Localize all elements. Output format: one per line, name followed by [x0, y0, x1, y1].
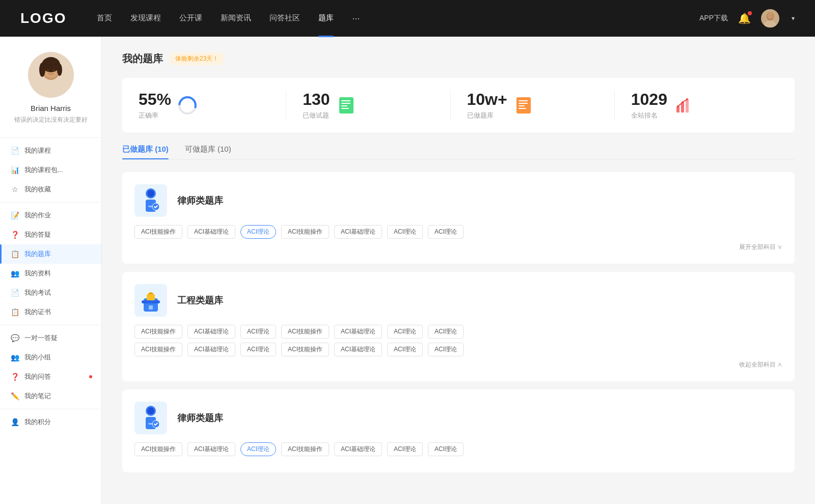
accuracy-chart-icon: [177, 95, 198, 116]
qbank-tag[interactable]: ACI基础理论: [334, 442, 382, 456]
qbank-header-2: 工程类题库: [134, 284, 782, 317]
svg-rect-23: [519, 105, 525, 106]
nav-more[interactable]: ···: [352, 13, 360, 24]
tutoring-icon: 💬: [10, 334, 19, 342]
page-title: 我的题库: [122, 52, 163, 66]
sidebar-label-tutoring: 一对一答疑: [24, 333, 58, 343]
divider-1: [0, 137, 101, 138]
qbank-tag[interactable]: ACI技能操作: [134, 225, 182, 239]
qbank-tag[interactable]: ACI基础理论: [187, 225, 235, 239]
sidebar-item-questions[interactable]: ❓ 我的问答: [0, 367, 101, 386]
sidebar-label-notes: 我的笔记: [24, 391, 51, 401]
user-dropdown-arrow[interactable]: ▾: [792, 15, 795, 22]
sidebar-label-coursepack: 我的课程包...: [24, 165, 63, 175]
qbank-tag[interactable]: ACI技能操作: [281, 325, 329, 339]
nav-discover[interactable]: 发现课程: [130, 13, 161, 24]
qbank-tag[interactable]: ACI基础理论: [187, 442, 235, 456]
sidebar-username: Brian Harris: [31, 104, 71, 113]
sidebar-label-exams: 我的考试: [24, 288, 51, 297]
svg-rect-17: [341, 103, 350, 104]
qbank-tag[interactable]: ACI技能操作: [134, 343, 182, 356]
tab-available-banks[interactable]: 可做题库 (10): [185, 145, 231, 159]
qbank-tag[interactable]: ACI技能操作: [281, 343, 329, 356]
qbank-tag[interactable]: ACI基础理论: [334, 325, 382, 339]
sidebar-label-favorites: 我的收藏: [24, 185, 51, 194]
qbank-tag[interactable]: ACI基础理论: [334, 225, 382, 239]
qbank-tag[interactable]: ACI理论: [428, 225, 464, 239]
qbank-tag[interactable]: ACI理论: [428, 325, 464, 339]
qbank-tag[interactable]: ACI技能操作: [281, 442, 329, 456]
notes-icon: ✏️: [10, 392, 19, 400]
nav-home[interactable]: 首页: [97, 13, 112, 24]
sidebar: Brian Harris 错误的决定比没有决定要好 📄 我的课程 📊 我的课程包…: [0, 37, 102, 504]
divider-4: [0, 409, 101, 409]
qbank-tag[interactable]: ACI基础理论: [334, 343, 382, 356]
sidebar-label-certificates: 我的证书: [24, 307, 51, 317]
qbank-tag[interactable]: ACI技能操作: [281, 225, 329, 239]
qbank-tag-active[interactable]: ACI理论: [240, 442, 276, 456]
exams-icon: 📄: [10, 289, 19, 297]
sidebar-label-questionbank: 我的题库: [24, 249, 51, 259]
collapse-button-2[interactable]: 收起全部科目 ∧: [739, 360, 782, 369]
qbank-tag[interactable]: ACI理论: [240, 343, 276, 356]
qbank-tag[interactable]: ACI理论: [387, 442, 423, 456]
qbank-tag[interactable]: ACI技能操作: [134, 325, 182, 339]
qbank-tag[interactable]: ACI理论: [428, 343, 464, 356]
qbank-tag[interactable]: ACI理论: [428, 442, 464, 456]
stat-accuracy-value: 55%: [139, 90, 171, 109]
sidebar-item-favorites[interactable]: ☆ 我的收藏: [0, 180, 101, 199]
sidebar-item-homework[interactable]: 📝 我的作业: [0, 206, 101, 225]
stat-questions-label: 已做试题: [303, 111, 330, 120]
svg-point-28: [677, 105, 679, 107]
sidebar-item-certificates[interactable]: 📋 我的证书: [0, 302, 101, 322]
expand-button-1[interactable]: 展开全部科目 ∨: [739, 243, 782, 251]
notification-bell[interactable]: 🔔: [738, 12, 751, 24]
sidebar-label-courses: 我的课程: [24, 146, 51, 155]
homework-icon: 📝: [10, 211, 19, 219]
qbank-card-1: 律师类题库 ACI技能操作 ACI基础理论 ACI理论 ACI技能操作 ACI基…: [122, 172, 795, 264]
svg-point-3: [767, 12, 773, 19]
page-wrapper: Brian Harris 错误的决定比没有决定要好 📄 我的课程 📊 我的课程包…: [0, 0, 815, 504]
nav-qa[interactable]: 问答社区: [269, 13, 300, 24]
tab-done-banks[interactable]: 已做题库 (10): [122, 145, 169, 159]
qbank-tag[interactable]: ACI基础理论: [187, 325, 235, 339]
sidebar-item-coursepack[interactable]: 📊 我的课程包...: [0, 160, 101, 180]
sidebar-item-courses[interactable]: 📄 我的课程: [0, 141, 101, 160]
qbank-header-3: 律师类题库: [134, 402, 782, 434]
nav-open-course[interactable]: 公开课: [179, 13, 202, 24]
nav-news[interactable]: 新闻资讯: [221, 13, 251, 24]
stat-rank-label: 全站排名: [631, 111, 667, 120]
qbank-tag[interactable]: ACI理论: [387, 225, 423, 239]
app-download-link[interactable]: APP下载: [699, 14, 728, 23]
sidebar-item-notes[interactable]: ✏️ 我的笔记: [0, 386, 101, 406]
qbank-tag[interactable]: ACI理论: [240, 325, 276, 339]
qbank-tags-2-row2: ACI技能操作 ACI基础理论 ACI理论 ACI技能操作 ACI基础理论 AC…: [134, 343, 782, 356]
qbank-icon-lawyer-3: [134, 402, 167, 434]
questions-notification-dot: [89, 375, 92, 378]
sidebar-item-exams[interactable]: 📄 我的考试: [0, 283, 101, 302]
sidebar-item-profile[interactable]: 👥 我的资料: [0, 264, 101, 283]
logo: LOGO: [20, 10, 66, 26]
sidebar-item-points[interactable]: 👤 我的积分: [0, 412, 101, 432]
certificates-icon: 📋: [10, 308, 19, 316]
qbank-title-2: 工程类题库: [177, 294, 223, 306]
sidebar-item-questionbank[interactable]: 📋 我的题库: [0, 244, 101, 264]
qbank-tags-3: ACI技能操作 ACI基础理论 ACI理论 ACI技能操作 ACI基础理论 AC…: [134, 442, 782, 456]
questionbank-icon: 📋: [10, 250, 19, 258]
qbank-tag[interactable]: ACI技能操作: [134, 442, 182, 456]
qbank-tag[interactable]: ACI理论: [387, 325, 423, 339]
sidebar-item-tutoring[interactable]: 💬 一对一答疑: [0, 328, 101, 348]
svg-rect-37: [142, 300, 160, 303]
stat-questions-value: 130: [303, 90, 330, 109]
sidebar-item-group[interactable]: 👥 我的小组: [0, 348, 101, 367]
navbar-menu: 首页 发现课程 公开课 新闻资讯 问答社区 题库 ···: [97, 13, 699, 24]
user-avatar[interactable]: [761, 9, 779, 27]
coursepack-icon: 📊: [10, 166, 19, 174]
qbank-tag-active[interactable]: ACI理论: [240, 225, 276, 239]
qbank-tag[interactable]: ACI理论: [387, 343, 423, 356]
group-icon: 👥: [10, 353, 19, 361]
sidebar-item-qa[interactable]: ❓ 我的答疑: [0, 225, 101, 244]
qbank-tag[interactable]: ACI基础理论: [187, 343, 235, 356]
qbank-card-3: 律师类题库 ACI技能操作 ACI基础理论 ACI理论 ACI技能操作 ACI基…: [122, 389, 795, 472]
nav-questionbank[interactable]: 题库: [318, 13, 334, 24]
